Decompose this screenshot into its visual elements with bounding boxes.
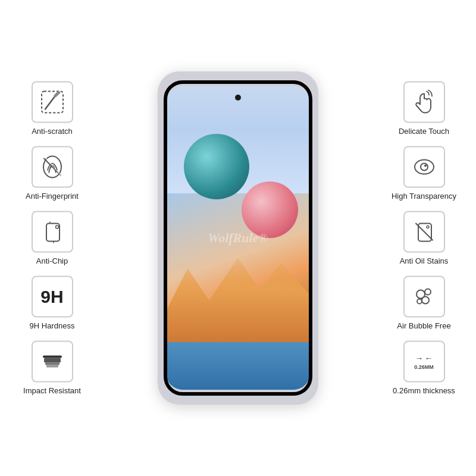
ball-pink bbox=[242, 181, 298, 238]
camera-dot bbox=[235, 95, 241, 101]
arrow-left: → bbox=[415, 353, 424, 363]
fingerprint-icon bbox=[39, 154, 65, 180]
thickness-icon-box: → ← 0.26MM bbox=[403, 341, 445, 383]
anti-oil-icon-box bbox=[403, 211, 445, 253]
phone-screen: WolfRule® bbox=[166, 86, 310, 390]
impact-icon bbox=[39, 349, 65, 375]
water bbox=[166, 342, 310, 390]
anti-scratch-label: Anti-scratch bbox=[32, 127, 73, 136]
svg-point-23 bbox=[417, 299, 422, 304]
svg-point-18 bbox=[427, 226, 429, 228]
feature-impact-resistant: Impact Resistant bbox=[6, 341, 98, 395]
thickness-label: 0.26mm thickness bbox=[393, 386, 455, 395]
airbubble-icon bbox=[411, 284, 437, 310]
air-bubble-label: Air Bubble Free bbox=[397, 321, 450, 330]
anti-fingerprint-label: Anti-Fingerprint bbox=[26, 192, 79, 201]
anti-chip-label: Anti-Chip bbox=[36, 256, 68, 265]
svg-point-14 bbox=[415, 160, 434, 174]
transparency-icon bbox=[411, 154, 437, 180]
high-transparency-label: High Transparency bbox=[392, 192, 456, 201]
anti-oil-label: Anti Oil Stains bbox=[400, 256, 449, 265]
anti-scratch-icon-box bbox=[32, 82, 73, 123]
feature-thickness: → ← 0.26MM 0.26mm thickness bbox=[378, 341, 470, 395]
arrow-right: ← bbox=[425, 353, 433, 363]
9h-hardness-label: 9H Hardness bbox=[30, 321, 75, 330]
phone-body: WolfRule® bbox=[158, 71, 318, 405]
anti-fingerprint-icon-box bbox=[32, 146, 73, 188]
svg-rect-13 bbox=[43, 356, 62, 358]
feature-anti-scratch: Anti-scratch bbox=[6, 82, 98, 136]
svg-rect-10 bbox=[44, 358, 61, 363]
thickness-value-small: 0.26MM bbox=[414, 364, 434, 370]
mountains bbox=[166, 247, 310, 354]
9h-text: 9H bbox=[40, 287, 63, 307]
svg-point-7 bbox=[55, 226, 58, 228]
impact-resistant-label: Impact Resistant bbox=[23, 386, 81, 395]
delicate-touch-label: Delicate Touch bbox=[399, 127, 449, 136]
svg-point-21 bbox=[425, 289, 431, 295]
impact-icon-box bbox=[32, 341, 73, 383]
delicate-touch-icon-box bbox=[403, 82, 445, 123]
svg-rect-11 bbox=[45, 363, 60, 365]
features-right: Delicate Touch High Transparency bbox=[378, 82, 470, 395]
thickness-arrows: → ← bbox=[415, 353, 433, 363]
ball-teal bbox=[184, 134, 249, 199]
feature-anti-chip: Anti-Chip bbox=[6, 211, 98, 265]
feature-high-transparency: High Transparency bbox=[378, 146, 470, 201]
feature-air-bubble-free: Air Bubble Free bbox=[378, 276, 470, 330]
svg-rect-6 bbox=[46, 224, 60, 242]
scratch-icon bbox=[39, 89, 65, 115]
svg-line-4 bbox=[44, 159, 61, 176]
feature-delicate-touch: Delicate Touch bbox=[378, 82, 470, 136]
oilstains-icon bbox=[411, 219, 437, 245]
feature-anti-oil-stains: Anti Oil Stains bbox=[378, 211, 470, 265]
chip-icon bbox=[39, 219, 65, 245]
high-transparency-icon-box bbox=[403, 146, 445, 188]
svg-line-1 bbox=[45, 95, 56, 109]
air-bubble-icon-box bbox=[403, 276, 445, 318]
9h-icon-box: 9H bbox=[32, 276, 73, 318]
main-container: Anti-scratch Anti-Fingerprint bbox=[0, 0, 476, 476]
svg-point-15 bbox=[421, 164, 428, 171]
features-left: Anti-scratch Anti-Fingerprint bbox=[6, 82, 98, 395]
svg-rect-12 bbox=[46, 365, 58, 368]
feature-anti-fingerprint: Anti-Fingerprint bbox=[6, 146, 98, 201]
anti-chip-icon-box bbox=[32, 211, 73, 253]
feature-9h-hardness: 9H 9H Hardness bbox=[6, 276, 98, 330]
svg-point-16 bbox=[424, 165, 427, 167]
touch-icon bbox=[411, 89, 437, 115]
phone-wrapper: WolfRule® bbox=[158, 71, 318, 405]
svg-point-22 bbox=[422, 297, 429, 304]
